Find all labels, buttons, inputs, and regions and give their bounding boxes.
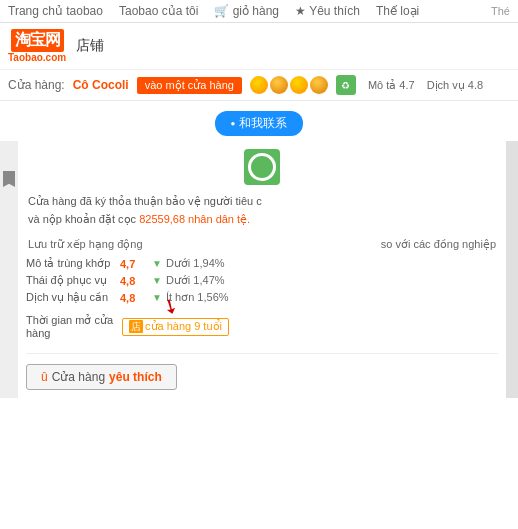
rating-service: Dịch vụ 4.8 xyxy=(427,79,483,92)
notice-line2: và nộp khoản đặt cọc xyxy=(28,213,136,225)
nav-favorites[interactable]: ★ Yêu thích xyxy=(295,4,360,18)
store-certification-badge xyxy=(244,149,280,185)
age-label: Thời gian mở cửa hàng xyxy=(26,314,116,339)
shop-name: Cô Cocoli xyxy=(73,78,129,92)
rating-row-logistics: Dịch vụ hậu cần 4,8 ▼ Ít hơn 1,56% xyxy=(26,291,498,304)
store-notice: Cửa hàng đã ký thỏa thuận bảo vệ người t… xyxy=(26,193,498,228)
nav-categories[interactable]: Thế loại xyxy=(376,4,419,18)
rating-name-1: Thái độ phục vụ xyxy=(26,274,116,287)
bookmark-icon xyxy=(3,171,15,187)
rating-direction-2: ▼ xyxy=(152,292,162,303)
taobao-logo: 淘宝网 Taobao.com xyxy=(8,29,66,63)
medal-2 xyxy=(270,76,288,94)
logo-chinese: 淘宝网 xyxy=(11,29,64,52)
nav-cart[interactable]: 🛒 giỏ hàng xyxy=(214,4,279,18)
shop-prefix-label: Cửa hàng: xyxy=(8,78,65,92)
rating-direction-0: ▼ xyxy=(152,258,162,269)
shop-age-badge: 店cửa hàng 9 tuổi xyxy=(122,318,229,336)
rating-score-2: 4,8 xyxy=(120,292,148,304)
ratings-section: Lưu trữ xếp hạng động so với các đồng ng… xyxy=(26,238,498,304)
heart-icon: û xyxy=(41,370,48,384)
favorite-prefix: Cửa hàng xyxy=(52,370,105,384)
rating-score-1: 4,8 xyxy=(120,275,148,287)
shop-info-bar: Cửa hàng: Cô Cocoli vào một cửa hàng ♻ M… xyxy=(0,70,518,101)
rating-row-description: Mô tả trùng khớp 4,7 ▼ Dưới 1,94% xyxy=(26,257,498,270)
page-header: 淘宝网 Taobao.com 店铺 xyxy=(0,23,518,70)
contact-area: 和我联系 xyxy=(0,101,518,141)
right-panel xyxy=(506,141,518,398)
logo-latin: Taobao.com xyxy=(8,52,66,63)
favorite-highlight: yêu thích xyxy=(109,370,162,384)
shop-medals xyxy=(250,76,328,94)
top-navigation: Trang chủ taobao Taobao của tôi 🛒 giỏ hà… xyxy=(0,0,518,23)
medal-1 xyxy=(250,76,268,94)
center-panel: Cửa hàng đã ký thỏa thuận bảo vệ người t… xyxy=(18,141,506,398)
rating-compare-1: Dưới 1,47% xyxy=(166,274,225,287)
notice-amount: 82559,68 nhân dân tệ. xyxy=(139,213,250,225)
green-leaf-icon: ♻ xyxy=(336,75,356,95)
nav-home[interactable]: Trang chủ taobao xyxy=(8,4,103,18)
rating-description: Mô tả 4.7 xyxy=(368,79,415,92)
nav-my-taobao[interactable]: Taobao của tôi xyxy=(119,4,198,18)
ratings-col2-header: so với các đồng nghiệp xyxy=(381,238,496,251)
rating-row-attitude: Thái độ phục vụ 4,8 ▼ Dưới 1,47% xyxy=(26,274,498,287)
medal-4 xyxy=(310,76,328,94)
rating-name-0: Mô tả trùng khớp xyxy=(26,257,116,270)
store-badge-area xyxy=(26,149,498,185)
shop-age-row: Thời gian mở cửa hàng ➘ 店cửa hàng 9 tuổi xyxy=(26,314,498,339)
medal-3 xyxy=(290,76,308,94)
contact-button[interactable]: 和我联系 xyxy=(215,111,304,136)
nav-right-text: Thé xyxy=(491,5,510,17)
left-sidebar xyxy=(0,141,18,398)
rating-direction-1: ▼ xyxy=(152,275,162,286)
favorite-btn-area: û Cửa hàng yêu thích xyxy=(26,353,498,390)
age-badge-text: cửa hàng 9 tuổi xyxy=(145,320,222,332)
rating-compare-0: Dưới 1,94% xyxy=(166,257,225,270)
page-title: 店铺 xyxy=(76,37,104,55)
shop-small-icon: 店 xyxy=(129,320,143,333)
main-content: Cửa hàng đã ký thỏa thuận bảo vệ người t… xyxy=(0,141,518,398)
favorite-button[interactable]: û Cửa hàng yêu thích xyxy=(26,364,177,390)
enter-shop-button[interactable]: vào một cửa hàng xyxy=(137,77,242,94)
ratings-col1-header: Lưu trữ xếp hạng động xyxy=(28,238,143,251)
rating-score-0: 4,7 xyxy=(120,258,148,270)
rating-name-2: Dịch vụ hậu cần xyxy=(26,291,116,304)
ratings-header: Lưu trữ xếp hạng động so với các đồng ng… xyxy=(26,238,498,251)
notice-line1: Cửa hàng đã ký thỏa thuận bảo vệ người t… xyxy=(28,195,262,207)
